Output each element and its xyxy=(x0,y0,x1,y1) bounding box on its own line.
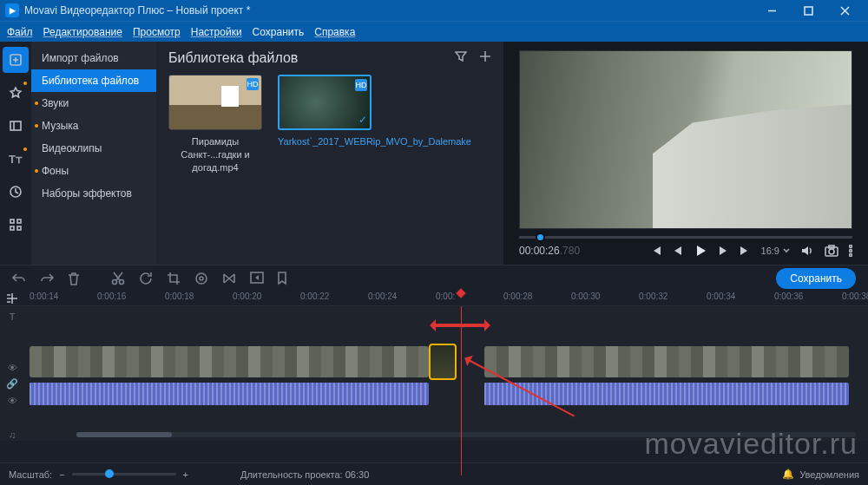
svg-point-12 xyxy=(850,250,852,252)
library-item-1[interactable]: HD ✓ Yarkost`_2017_WEBRip_MVO_by_Dalemak… xyxy=(278,75,372,174)
sidepanel-backgrounds[interactable]: Фоны xyxy=(31,160,156,182)
svg-point-13 xyxy=(850,254,852,257)
track-music-icon[interactable]: ♫ xyxy=(9,428,16,441)
close-button[interactable] xyxy=(826,0,863,21)
menubar: Файл Редактирование Просмотр Настройки С… xyxy=(0,21,868,42)
svg-rect-7 xyxy=(17,226,21,230)
svg-point-17 xyxy=(200,277,203,280)
video-clip-2[interactable] xyxy=(484,346,849,377)
window-title: Movavi Видеоредактор Плюс – Новый проект… xyxy=(24,4,753,16)
filter-icon[interactable] xyxy=(455,50,467,66)
maximize-button[interactable] xyxy=(790,0,826,21)
svg-rect-5 xyxy=(17,220,21,223)
marker-icon[interactable] xyxy=(278,272,288,285)
aspect-ratio[interactable]: 16:9 xyxy=(761,246,790,256)
svg-rect-2 xyxy=(10,121,21,130)
volume-icon[interactable] xyxy=(800,244,814,258)
cut-icon[interactable] xyxy=(111,272,125,285)
sidepanel-file-library[interactable]: Библиотека файлов xyxy=(31,69,156,92)
timeline-tracks: T 👁 🔗 👁 ♫ xyxy=(0,306,868,441)
redo-icon[interactable] xyxy=(40,272,54,285)
svg-point-15 xyxy=(120,279,124,284)
svg-point-14 xyxy=(113,279,117,284)
zoom-label: Масштаб: xyxy=(9,469,52,480)
menu-save[interactable]: Сохранить xyxy=(253,26,305,38)
timeline-ruler[interactable]: 0:00:140:00:160:00:180:00:200:00:220:00:… xyxy=(24,291,868,305)
track-audio-eye-icon[interactable]: 👁 xyxy=(8,394,17,407)
tool-transitions[interactable] xyxy=(3,113,29,139)
minimize-button[interactable] xyxy=(753,0,790,21)
tool-filters[interactable] xyxy=(3,80,29,106)
statusbar: Масштаб: − + Длительность проекта: 06:30… xyxy=(0,462,868,485)
insert-icon[interactable] xyxy=(250,272,264,285)
svg-point-11 xyxy=(850,246,852,248)
zoom-slider[interactable] xyxy=(72,473,176,475)
library-heading: Библиотека файлов xyxy=(168,50,298,66)
check-icon: ✓ xyxy=(358,114,367,126)
add-icon[interactable] xyxy=(479,50,491,66)
preview-screen[interactable] xyxy=(519,50,852,229)
delete-icon[interactable] xyxy=(68,272,80,285)
tool-more[interactable] xyxy=(3,212,29,238)
library-item-0[interactable]: HD Пирамиды Санкт-...гадки и догад.mp4 xyxy=(168,75,262,174)
menu-help[interactable]: Справка xyxy=(314,26,355,38)
app-logo: ▶ xyxy=(5,3,19,17)
tool-titles[interactable]: Tᴛ xyxy=(3,146,29,172)
timeline-area[interactable] xyxy=(24,306,868,441)
menu-file[interactable]: Файл xyxy=(7,26,33,38)
sidepanel-videoclips[interactable]: Видеоклипы xyxy=(31,137,156,160)
preview-progress[interactable] xyxy=(519,236,852,239)
add-track-icon[interactable] xyxy=(0,291,24,305)
prev-clip-icon[interactable] xyxy=(650,245,662,257)
menu-settings[interactable]: Настройки xyxy=(191,26,242,38)
timeline-toolbar: Сохранить xyxy=(0,265,868,291)
menu-edit[interactable]: Редактирование xyxy=(43,26,122,38)
svg-rect-0 xyxy=(805,7,812,15)
next-clip-icon[interactable] xyxy=(739,245,751,257)
tool-stickers[interactable] xyxy=(3,179,29,205)
zoom-out-icon[interactable]: − xyxy=(59,469,64,480)
menu-view[interactable]: Просмотр xyxy=(133,26,181,38)
snapshot-icon[interactable] xyxy=(825,245,838,257)
sidepanel-effect-sets[interactable]: Наборы эффектов xyxy=(31,182,156,205)
track-text-icon[interactable]: T xyxy=(10,310,16,323)
zoom-in-icon[interactable]: + xyxy=(183,469,188,480)
bell-icon[interactable]: 🔔 xyxy=(782,469,794,480)
next-frame-icon[interactable] xyxy=(718,246,728,256)
video-clip-1[interactable] xyxy=(30,346,429,377)
hd-badge: HD xyxy=(247,78,259,90)
rotate-icon[interactable] xyxy=(139,272,153,285)
preview-panel: ? 00:00:26.780 16:9 xyxy=(503,42,868,265)
left-toolstrip: Tᴛ xyxy=(0,42,31,265)
library-pane: Библиотека файлов HD Пирамиды Санкт-...г… xyxy=(156,42,503,265)
color-icon[interactable] xyxy=(194,272,208,285)
svg-point-9 xyxy=(829,249,834,254)
sidepanel-music[interactable]: Музыка xyxy=(31,115,156,137)
timeline-scrollbar[interactable] xyxy=(76,432,856,437)
transition-icon[interactable] xyxy=(222,272,236,285)
timecode: 00:00:26.780 xyxy=(519,245,580,257)
library-item-caption: Пирамиды Санкт-...гадки и догад.mp4 xyxy=(168,135,262,174)
more-icon[interactable] xyxy=(849,245,852,257)
audio-clip-2[interactable] xyxy=(484,383,849,405)
track-link-icon[interactable]: 🔗 xyxy=(6,377,18,390)
svg-point-16 xyxy=(196,273,207,284)
playhead-marker[interactable] xyxy=(456,288,465,298)
notifications-label[interactable]: Уведомления xyxy=(799,469,859,480)
track-video-eye-icon[interactable]: 👁 xyxy=(8,361,17,374)
save-button[interactable]: Сохранить xyxy=(776,268,856,289)
play-icon[interactable] xyxy=(694,244,707,258)
duration-label: Длительность проекта: xyxy=(240,469,343,480)
sidepanel-import-files[interactable]: Импорт файлов xyxy=(31,47,156,69)
prev-frame-icon[interactable] xyxy=(673,246,683,256)
sidepanel-sounds[interactable]: Звуки xyxy=(31,92,156,115)
titlebar: ▶ Movavi Видеоредактор Плюс – Новый прое… xyxy=(0,0,868,21)
hd-badge: HD xyxy=(355,79,367,91)
audio-clip-1[interactable] xyxy=(30,383,429,405)
duration-value: 06:30 xyxy=(345,469,370,480)
crop-icon[interactable] xyxy=(167,272,181,285)
transition-clip[interactable] xyxy=(429,344,457,380)
library-item-caption: Yarkost`_2017_WEBRip_MVO_by_Dalemake xyxy=(278,135,372,148)
undo-icon[interactable] xyxy=(12,272,26,285)
tool-import[interactable] xyxy=(3,47,29,73)
